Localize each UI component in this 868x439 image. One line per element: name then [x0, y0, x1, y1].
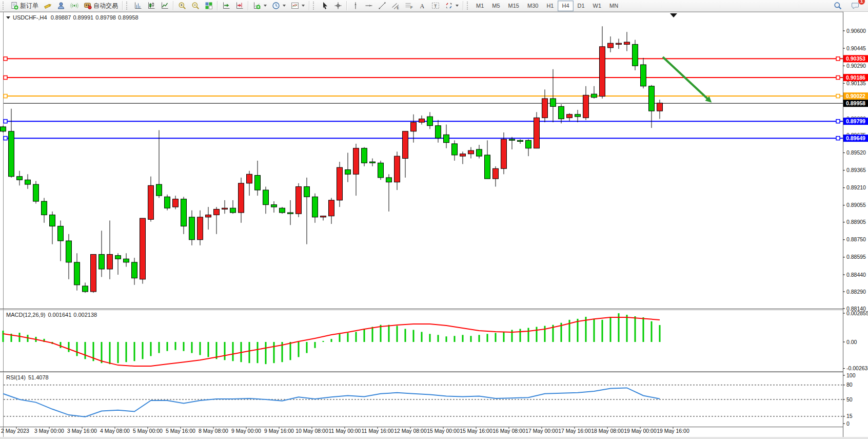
candle[interactable]: [550, 99, 556, 106]
auto-scroll-button[interactable]: [220, 0, 233, 12]
candle[interactable]: [378, 163, 384, 178]
candle[interactable]: [33, 184, 39, 201]
candle[interactable]: [386, 178, 392, 182]
candle[interactable]: [452, 144, 458, 155]
candle[interactable]: [247, 174, 252, 183]
candle[interactable]: [509, 139, 515, 140]
equidistant-channel-button[interactable]: E: [389, 0, 402, 12]
candle[interactable]: [50, 215, 55, 226]
candle[interactable]: [99, 254, 105, 269]
candle[interactable]: [329, 200, 334, 216]
candle[interactable]: [600, 47, 605, 97]
toolbar-grip[interactable]: [467, 2, 470, 10]
level-handle[interactable]: [4, 76, 7, 80]
candle[interactable]: [304, 186, 310, 197]
candle[interactable]: [485, 155, 490, 179]
level-handle[interactable]: [836, 120, 840, 123]
toolbar-grip[interactable]: [313, 2, 317, 10]
candle[interactable]: [353, 148, 359, 175]
candle[interactable]: [624, 42, 630, 44]
candle[interactable]: [181, 199, 187, 226]
chevron-down-icon[interactable]: [302, 5, 305, 7]
candle[interactable]: [1, 127, 6, 131]
candle[interactable]: [583, 95, 589, 118]
candle[interactable]: [411, 122, 417, 131]
candle[interactable]: [296, 186, 302, 214]
vertical-line-button[interactable]: [349, 0, 362, 12]
candle[interactable]: [312, 197, 318, 217]
timeframe-h4-button[interactable]: H4: [558, 1, 573, 11]
candle[interactable]: [115, 256, 121, 259]
candle[interactable]: [337, 167, 343, 200]
arrows-button[interactable]: [442, 0, 461, 12]
candle[interactable]: [91, 254, 96, 292]
candle[interactable]: [173, 199, 179, 207]
tile-windows-button[interactable]: [202, 0, 215, 12]
candle[interactable]: [222, 208, 228, 209]
timeframe-m15-button[interactable]: M15: [504, 1, 523, 11]
text-label-button[interactable]: T: [429, 0, 442, 12]
candle[interactable]: [591, 94, 597, 98]
candle[interactable]: [345, 170, 351, 175]
templates-button[interactable]: [288, 0, 307, 12]
candle[interactable]: [362, 148, 367, 163]
timeframe-m5-button[interactable]: M5: [488, 1, 504, 11]
candle[interactable]: [198, 217, 203, 240]
timeframe-h1-button[interactable]: H1: [542, 1, 558, 11]
candle[interactable]: [263, 190, 269, 205]
candle[interactable]: [156, 184, 162, 196]
candle[interactable]: [66, 241, 72, 262]
profile-button[interactable]: [54, 0, 68, 12]
candle[interactable]: [370, 162, 376, 163]
zoom-out-button[interactable]: [189, 0, 202, 12]
candle[interactable]: [206, 215, 211, 217]
candle[interactable]: [83, 286, 88, 292]
timeframe-m1-button[interactable]: M1: [472, 1, 488, 11]
chart-canvas[interactable]: 0.906000.904450.902900.901350.899800.898…: [0, 12, 868, 439]
zoom-in-button[interactable]: [175, 0, 189, 12]
signal-button[interactable]: [68, 0, 81, 12]
candle[interactable]: [140, 218, 146, 279]
timeframe-d1-button[interactable]: D1: [574, 1, 589, 11]
level-handle[interactable]: [836, 137, 840, 140]
candle[interactable]: [124, 259, 129, 262]
level-handle[interactable]: [836, 57, 840, 61]
candle[interactable]: [107, 254, 113, 269]
candle[interactable]: [271, 205, 277, 207]
notifications-button[interactable]: 1: [849, 0, 862, 12]
candle[interactable]: [477, 149, 482, 156]
collapse-triangle-icon[interactable]: [6, 16, 10, 19]
candle[interactable]: [280, 208, 285, 213]
candle[interactable]: [493, 168, 499, 179]
candle[interactable]: [255, 175, 261, 190]
level-handle[interactable]: [836, 76, 840, 80]
candle[interactable]: [501, 139, 507, 168]
search-button[interactable]: [831, 0, 844, 12]
chart-window[interactable]: 0.906000.904450.902900.901350.899800.898…: [0, 12, 868, 439]
candle[interactable]: [518, 140, 523, 141]
candle[interactable]: [132, 262, 137, 278]
candle[interactable]: [17, 177, 23, 180]
level-handle[interactable]: [4, 57, 7, 61]
auto-trading-button[interactable]: 自动交易: [81, 0, 121, 12]
line-chart-mode-button[interactable]: [158, 0, 171, 12]
candle[interactable]: [288, 213, 293, 214]
candle[interactable]: [394, 156, 400, 182]
bar-chart-mode-button[interactable]: [131, 0, 145, 12]
crosshair-button[interactable]: [331, 0, 345, 12]
candle[interactable]: [460, 154, 466, 156]
fibonacci-button[interactable]: F: [402, 0, 416, 12]
candle[interactable]: [534, 118, 540, 148]
level-handle[interactable]: [4, 94, 7, 98]
candle[interactable]: [58, 226, 64, 241]
candle[interactable]: [649, 86, 655, 111]
toolbar-grip[interactable]: [3, 2, 6, 10]
candle[interactable]: [542, 99, 548, 118]
candle[interactable]: [641, 65, 646, 86]
timeframe-w1-button[interactable]: W1: [589, 1, 606, 11]
level-handle[interactable]: [836, 94, 840, 98]
crayon-button[interactable]: [41, 0, 54, 12]
candle[interactable]: [608, 43, 614, 48]
horizontal-line-button[interactable]: [362, 0, 376, 12]
toolbar-grip[interactable]: [126, 2, 130, 10]
